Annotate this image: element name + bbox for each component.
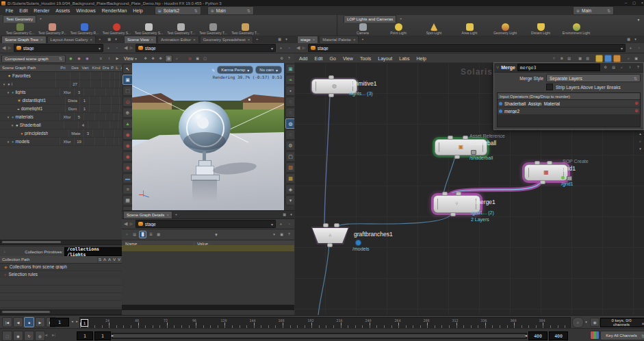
menu-help[interactable]: Help bbox=[133, 8, 142, 13]
node-input[interactable] bbox=[456, 192, 461, 196]
translate-tool-icon[interactable]: ✥ bbox=[142, 55, 149, 62]
net-menu-go[interactable]: Go bbox=[330, 56, 336, 61]
timeline-ruler[interactable]: 24 48 72 96 120 144 168 192 216 240 264 … bbox=[79, 317, 571, 329]
zoom-dropdown-icon[interactable]: ▾ bbox=[583, 319, 589, 325]
pin-icon[interactable]: ⌖ bbox=[278, 45, 284, 51]
pane-dropdown-icon[interactable]: ▾ bbox=[288, 212, 294, 218]
hierarchy-icon[interactable]: ⑂ bbox=[124, 231, 130, 238]
audio-icon[interactable]: ◉ bbox=[13, 331, 23, 341]
tree-row-lights[interactable]: ▾⌖lights Xfor3 bbox=[0, 88, 122, 97]
menu-windows[interactable]: Windows bbox=[76, 8, 95, 13]
add-tab-button[interactable]: + bbox=[254, 36, 260, 42]
magnify-icon[interactable]: ⌕ bbox=[174, 55, 180, 62]
tree-hscrollbar[interactable] bbox=[0, 240, 123, 245]
menu-render[interactable]: Render bbox=[34, 8, 49, 13]
help-icon[interactable]: ? bbox=[286, 231, 292, 238]
gizmo-handle[interactable] bbox=[248, 99, 250, 101]
radial-menu-icon[interactable]: ◔ bbox=[114, 45, 120, 51]
add-tab-button[interactable]: + bbox=[173, 212, 179, 218]
pane-options-icon[interactable]: ▦ bbox=[281, 212, 287, 218]
play-reverse-button[interactable]: ◀ bbox=[13, 317, 23, 327]
bookmark-icon[interactable]: ▤ bbox=[610, 64, 617, 71]
package-icon[interactable]: ▣ bbox=[279, 231, 285, 238]
remove-input-icon[interactable]: ⊗ bbox=[634, 108, 639, 114]
stop-button[interactable]: ■ bbox=[24, 317, 34, 327]
range-end-alt-field[interactable]: 400 bbox=[549, 331, 568, 340]
network-canvas[interactable]: Solaris ◍ primitive1 /lights... (3) bbox=[294, 62, 644, 315]
tab-scene-graph-tree[interactable]: Scene Graph Tree× bbox=[1, 36, 47, 43]
node-output[interactable] bbox=[450, 212, 456, 216]
pin-icon[interactable]: ⌖ bbox=[628, 45, 634, 51]
quickmark-icon[interactable]: ▴ bbox=[637, 131, 643, 137]
asset-icon[interactable] bbox=[613, 55, 621, 62]
renderer-selector[interactable]: Karma Persp▾ bbox=[217, 66, 253, 74]
tree-row-shaderball[interactable]: ▾●Shaderball 4 bbox=[0, 121, 122, 129]
flipbook-icon[interactable]: ▣ bbox=[194, 55, 201, 62]
close-icon[interactable]: × bbox=[40, 38, 43, 42]
shelf-overflow-button[interactable]: ▾ bbox=[634, 16, 643, 23]
light-tool-icon[interactable]: ▬ bbox=[123, 173, 133, 184]
transform-columns-icon[interactable]: ▦ bbox=[155, 231, 162, 238]
move-tool-icon[interactable]: ⊕ bbox=[123, 108, 133, 118]
brush-select-tool-icon[interactable]: ◎ bbox=[123, 97, 133, 107]
desktop-selector-right[interactable]: ⊕ Main ⇅ bbox=[573, 6, 614, 15]
expand-icon[interactable]: ▶ bbox=[114, 55, 120, 62]
back-icon[interactable]: ◀ bbox=[2, 45, 5, 51]
scrollbar-thumb[interactable] bbox=[2, 241, 61, 243]
wrench-icon[interactable]: ⌗ bbox=[551, 55, 557, 62]
tree-row-principledsh[interactable]: ●principledsh Mate3 bbox=[0, 129, 122, 138]
net-menu-labs[interactable]: Labs bbox=[399, 56, 409, 61]
pose-tool-icon[interactable]: ▲ bbox=[123, 118, 133, 129]
list-view-icon[interactable]: ☰ bbox=[148, 231, 154, 238]
back-icon[interactable]: ◀ bbox=[296, 45, 300, 51]
range-end-field[interactable]: 400 bbox=[528, 331, 548, 340]
render-filter-icon[interactable]: ◉ bbox=[76, 55, 82, 62]
node-input[interactable] bbox=[323, 223, 329, 227]
handle2-icon[interactable]: ◉ bbox=[123, 140, 133, 151]
sticky-note-icon[interactable] bbox=[595, 55, 603, 62]
overview-icon[interactable]: ▣ bbox=[633, 55, 639, 62]
add-tab-button[interactable]: + bbox=[359, 36, 365, 42]
tab-geometry-spreadsheet[interactable]: Geometry Spreadsheet× bbox=[200, 36, 254, 43]
view-menu[interactable]: View bbox=[124, 56, 133, 61]
range-slider[interactable]: ▸ ◂ bbox=[112, 333, 527, 339]
path-field[interactable]: stage ▾ bbox=[136, 44, 276, 52]
forward-icon[interactable]: ▶ bbox=[8, 45, 11, 51]
terrain-tool-icon[interactable]: ▦ bbox=[123, 195, 133, 205]
tab-stage-network[interactable]: stage× bbox=[297, 36, 318, 43]
path-field[interactable]: stage ▾ bbox=[136, 220, 276, 228]
net-menu-layout[interactable]: Layout bbox=[378, 56, 392, 61]
node-output[interactable] bbox=[454, 155, 460, 159]
key-mode-selector[interactable]: Key All Channels ⇅ bbox=[600, 331, 644, 340]
lasso-select-tool-icon[interactable]: ⬚ bbox=[123, 86, 133, 96]
node-input[interactable] bbox=[334, 223, 339, 227]
next-key-icon[interactable]: ▶| bbox=[51, 332, 57, 338]
shelf-add-tab-button[interactable]: + bbox=[38, 16, 44, 22]
range-start-alt-field[interactable]: 1 bbox=[94, 331, 111, 340]
layers-tool-icon[interactable]: ≡ bbox=[123, 184, 133, 194]
auto-key-icon[interactable]: ◉ bbox=[590, 318, 600, 327]
pane-options-icon[interactable]: ▦ bbox=[106, 36, 112, 42]
input-operator-item[interactable]: Shaderball_Assign_Material ⊗ bbox=[498, 100, 640, 108]
tab-layout-asset-gallery[interactable]: Layout Asset Gallery× bbox=[47, 36, 96, 43]
radial-menu-icon[interactable]: ◔ bbox=[286, 221, 292, 227]
merge3-parameter-panel[interactable]: ⑂ Merge merge3 ⚙ ▤ ⌕ i ? Merge Style Sep… bbox=[493, 62, 644, 130]
tree-row-models[interactable]: ▾⌖models Xfor19 bbox=[0, 138, 122, 146]
keys-info-display[interactable]: 0 keys, 0/0 channels ▴ bbox=[600, 318, 644, 327]
remove-input-icon[interactable]: ⊗ bbox=[634, 101, 639, 106]
range-start-field[interactable]: 1 bbox=[77, 331, 93, 340]
display-mode-selector[interactable]: Composed scene graph ⇅ bbox=[1, 55, 66, 63]
pane-options-icon[interactable]: ▦ bbox=[626, 36, 632, 42]
range-handle-left[interactable]: ▸ bbox=[112, 333, 114, 338]
tree-row-favorites[interactable]: ✦Favorites bbox=[0, 72, 122, 80]
jump-start-button[interactable]: |◀ bbox=[2, 317, 12, 327]
node-input[interactable] bbox=[534, 161, 540, 165]
net-menu-view[interactable]: View bbox=[343, 56, 353, 61]
strip-layers-checkbox[interactable] bbox=[546, 84, 553, 90]
handle3-icon[interactable]: ◉ bbox=[123, 151, 133, 162]
pane-dropdown-icon[interactable]: ▾ bbox=[283, 36, 289, 42]
node-input[interactable] bbox=[463, 136, 468, 140]
desktop-selector[interactable]: ⊞ Solaris2 ⇅ bbox=[155, 6, 201, 15]
tab-animation-editor[interactable]: Animation Editor× bbox=[157, 36, 199, 43]
camera-selector[interactable]: No cam▾ bbox=[255, 66, 282, 74]
